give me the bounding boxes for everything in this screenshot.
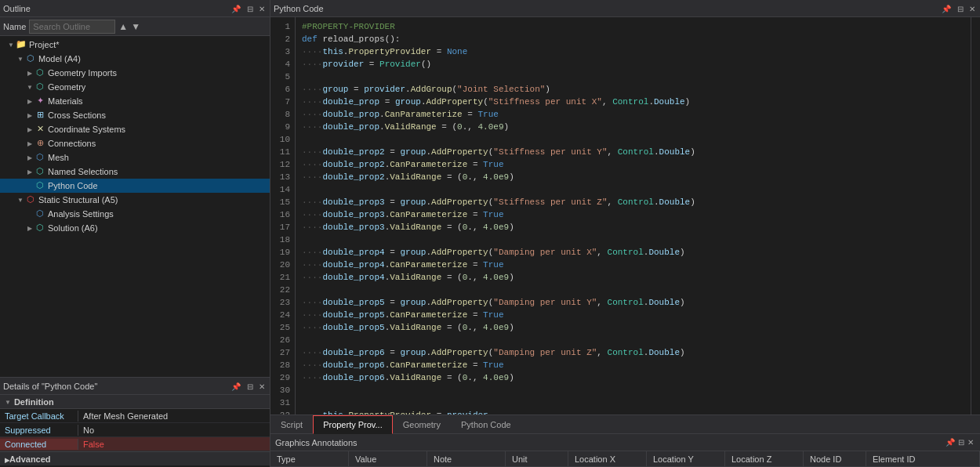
tree-item-coord-systems[interactable]: ✕ Coordinate Systems: [0, 122, 270, 136]
tree-item-analysis-settings[interactable]: ⬡ Analysis Settings: [0, 207, 270, 221]
tree-item-connections[interactable]: ⊕ Connections: [0, 136, 270, 150]
cross-sections-label: Cross Sections: [48, 110, 106, 120]
named-selections-icon: ⬡: [34, 166, 45, 177]
details-title: Details of "Python Code": [3, 382, 230, 391]
tree-item-named-selections[interactable]: ⬡ Named Selections: [0, 165, 270, 179]
line-numbers: 1234567891011121314151617181920212223242…: [270, 17, 296, 415]
python-float-icon[interactable]: ⊟: [956, 5, 965, 13]
outline-title: Outline: [3, 4, 227, 13]
python-code-title: Python Code: [274, 4, 940, 13]
python-title-icons: 📌 ⊟ ✕: [940, 3, 977, 14]
model-icon: ⬡: [25, 53, 36, 64]
name-label: Name: [3, 22, 26, 31]
expand-definition-icon: [5, 398, 11, 406]
col-element-id: Element ID: [866, 451, 980, 466]
search-input[interactable]: [29, 20, 115, 34]
expand-cross-sections[interactable]: [25, 111, 34, 119]
mesh-label: Mesh: [48, 153, 69, 162]
tree-item-static-structural[interactable]: ⬡ Static Structural (A5): [0, 193, 270, 207]
tree-item-mesh[interactable]: ⬡ Mesh: [0, 150, 270, 165]
analysis-settings-label: Analysis Settings: [48, 209, 114, 219]
col-value: Value: [349, 451, 427, 466]
details-pin-icon[interactable]: 📌: [230, 382, 242, 391]
details-float-icon[interactable]: ⊟: [245, 382, 255, 391]
tree-item-materials[interactable]: ✦ Materials: [0, 94, 270, 108]
expand-mesh[interactable]: [25, 154, 34, 161]
python-code-header: Python Code 📌 ⊟ ✕: [270, 0, 980, 17]
close-outline-icon[interactable]: ✕: [257, 5, 267, 13]
python-code-icon: ⬡: [34, 180, 45, 191]
connections-label: Connections: [48, 139, 96, 148]
materials-label: Materials: [48, 96, 83, 106]
tab-geometry[interactable]: Geometry: [393, 415, 451, 434]
tree-item-cross-sections[interactable]: ⊞ Cross Sections: [0, 108, 270, 122]
right-panel: Python Code 📌 ⊟ ✕ 1234567891011121314151…: [270, 0, 980, 467]
cross-sections-icon: ⊞: [34, 110, 45, 121]
tab-python-code[interactable]: Python Code: [451, 415, 521, 434]
connected-value[interactable]: False: [78, 439, 270, 450]
mesh-icon: ⬡: [34, 152, 45, 163]
python-pin-icon[interactable]: 📌: [940, 5, 953, 13]
expand-materials[interactable]: [25, 97, 34, 105]
expand-solution[interactable]: [25, 224, 34, 232]
details-title-icons: 📌 ⊟ ✕: [230, 381, 267, 392]
expand-geo-imports[interactable]: [25, 69, 34, 77]
sort-desc-icon[interactable]: ▼: [131, 21, 140, 32]
definition-group-header[interactable]: Definition: [0, 395, 270, 409]
tree-item-solution[interactable]: ⬡ Solution (A6): [0, 221, 270, 235]
project-icon: 📁: [16, 39, 27, 50]
static-structural-icon: ⬡: [25, 194, 36, 205]
named-selections-label: Named Selections: [48, 167, 118, 176]
coord-systems-label: Coordinate Systems: [48, 125, 125, 134]
analysis-settings-icon: ⬡: [34, 208, 45, 219]
graphics-close-icon[interactable]: ✕: [966, 438, 975, 447]
advanced-label: Advanced: [9, 454, 51, 464]
tree-item-project[interactable]: 📁 Project*: [0, 38, 270, 52]
code-content[interactable]: #PROPERTY-PROVIDERdef reload_props():···…: [296, 17, 971, 415]
suppressed-value[interactable]: No: [78, 425, 270, 436]
tab-script[interactable]: Script: [270, 415, 313, 434]
expand-model[interactable]: [16, 55, 25, 63]
col-node-id: Node ID: [804, 451, 866, 466]
expand-static-structural[interactable]: [16, 196, 25, 204]
geometry-label: Geometry: [48, 82, 85, 92]
outline-section: Outline 📌 ⊟ ✕ Name ▲ ▼ 📁 Pr: [0, 0, 270, 377]
advanced-section[interactable]: Advanced: [0, 451, 270, 465]
details-table: Definition Target Callback After Mesh Ge…: [0, 395, 270, 467]
bottom-tabs-row: Script Property Prov... Geometry Python …: [270, 415, 980, 434]
expand-named-selections[interactable]: [25, 168, 34, 176]
details-row-target-callback: Target Callback After Mesh Generated: [0, 409, 270, 423]
tree-item-geometry[interactable]: ⬡ Geometry: [0, 80, 270, 94]
graphics-pin-icon[interactable]: 📌: [944, 438, 956, 447]
materials-icon: ✦: [34, 96, 45, 107]
tree-item-geo-imports[interactable]: ⬡ Geometry Imports: [0, 66, 270, 80]
details-header: Details of "Python Code" 📌 ⊟ ✕: [0, 378, 270, 395]
float-icon[interactable]: ⊟: [245, 5, 255, 13]
python-close-icon[interactable]: ✕: [967, 5, 977, 13]
col-loc-x: Location X: [568, 451, 647, 466]
expand-coord-systems[interactable]: [25, 125, 34, 133]
target-callback-value[interactable]: After Mesh Generated: [78, 411, 270, 422]
pin-icon[interactable]: 📌: [230, 5, 242, 13]
geometry-icon: ⬡: [34, 81, 45, 92]
project-label: Project*: [29, 40, 60, 49]
model-label: Model (A4): [38, 54, 81, 63]
expand-project[interactable]: [6, 41, 16, 49]
graphics-float-icon[interactable]: ⊟: [956, 438, 966, 447]
left-panel: Outline 📌 ⊟ ✕ Name ▲ ▼ 📁 Pr: [0, 0, 270, 467]
tab-property-prov[interactable]: Property Prov...: [313, 415, 393, 434]
solution-icon: ⬡: [34, 223, 45, 233]
tree-item-model[interactable]: ⬡ Model (A4): [0, 52, 270, 66]
sort-asc-icon[interactable]: ▲: [118, 21, 128, 32]
details-close-icon[interactable]: ✕: [257, 382, 267, 391]
target-callback-key: Target Callback: [0, 411, 78, 422]
details-row-suppressed: Suppressed No: [0, 423, 270, 437]
vertical-scrollbar[interactable]: [971, 17, 980, 415]
expand-connections[interactable]: [25, 139, 34, 147]
solution-label: Solution (A6): [48, 223, 98, 233]
expand-geometry[interactable]: [25, 83, 34, 91]
suppressed-key: Suppressed: [0, 425, 78, 436]
connected-key: Connected: [0, 439, 78, 450]
outline-tree: 📁 Project* ⬡ Model (A4) ⬡ Geometry Impor…: [0, 36, 270, 377]
tree-item-python-code[interactable]: ⬡ Python Code: [0, 179, 270, 193]
